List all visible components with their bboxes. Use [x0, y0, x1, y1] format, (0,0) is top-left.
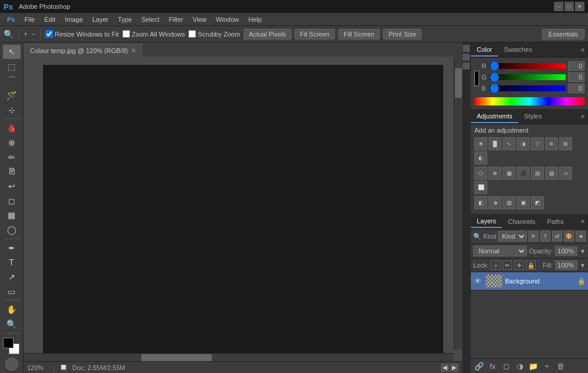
link-layers-btn[interactable]: 🔗 [473, 361, 485, 371]
lock-image-btn[interactable]: ✏ [503, 260, 512, 270]
brush-tool-button[interactable]: ✏ [3, 150, 21, 164]
g-value[interactable]: 0 [568, 72, 584, 82]
adj-curves[interactable]: ∿ [503, 137, 516, 150]
color-tab[interactable]: Color [471, 44, 498, 57]
spectrum-bar[interactable] [474, 97, 584, 105]
adjustment-btn[interactable]: ◑ [514, 361, 526, 371]
history-brush-button[interactable]: ↩ [3, 179, 21, 193]
layer-visibility-toggle[interactable]: 👁 [473, 276, 483, 286]
scrubby-zoom-label[interactable]: Scrubby Zoom [188, 30, 240, 38]
crop-tool-button[interactable]: ⊹ [3, 103, 21, 117]
menu-help[interactable]: Help [244, 15, 267, 24]
essentials-button[interactable]: Essentials [542, 29, 584, 39]
close-button[interactable]: ✕ [575, 2, 584, 11]
print-size-button[interactable]: Print Size [383, 29, 421, 39]
nav-prev-button[interactable]: ◀ [441, 364, 449, 372]
tab-close-button[interactable]: ✕ [131, 47, 136, 54]
text-tool-button[interactable]: T [3, 255, 21, 269]
r-slider[interactable] [490, 63, 566, 69]
resize-windows-label[interactable]: Resize Windows to Fit [45, 30, 119, 38]
scrollbar-thumb-h[interactable] [141, 354, 212, 361]
zoom-all-checkbox[interactable] [122, 30, 130, 38]
layers-panel-menu[interactable]: ≡ [577, 216, 588, 227]
adj-threshold[interactable]: ▧ [545, 167, 558, 180]
lock-transparent-btn[interactable]: ⊹ [491, 260, 500, 270]
fx-btn[interactable]: fx [487, 361, 499, 371]
hand-tool-button[interactable]: ✋ [3, 302, 21, 316]
zoom-all-label[interactable]: Zoom All Windows [122, 30, 185, 38]
kind-select[interactable]: Kind [498, 231, 527, 242]
layers-icon-sm[interactable]: ★ [576, 231, 586, 242]
pen-tool-button[interactable]: ✒ [3, 241, 21, 255]
menu-layer[interactable]: Layer [88, 15, 114, 24]
menu-select[interactable]: Select [137, 15, 164, 24]
menu-filter[interactable]: Filter [164, 15, 188, 24]
adj-extra-3[interactable]: ▨ [503, 196, 516, 209]
new-layer-btn[interactable]: + [541, 361, 553, 371]
horizontal-scrollbar[interactable] [24, 353, 454, 361]
layers-icon-t[interactable]: T [540, 231, 550, 242]
adj-brightness[interactable]: ☀ [474, 137, 487, 150]
adj-color-lookup[interactable]: ▦ [503, 167, 516, 180]
layers-tab[interactable]: Layers [471, 215, 502, 228]
fill-input[interactable] [555, 260, 577, 270]
delete-layer-btn[interactable]: 🗑 [554, 361, 566, 371]
adj-gradient-map[interactable]: ▱ [559, 167, 572, 180]
adjustments-panel-menu[interactable]: ≡ [577, 111, 588, 122]
channels-tab[interactable]: Channels [502, 216, 541, 227]
scrubby-zoom-checkbox[interactable] [188, 30, 196, 38]
adj-extra-5[interactable]: ◩ [531, 196, 544, 209]
strip-icon-2[interactable] [463, 54, 470, 61]
quick-mask-button[interactable] [5, 358, 18, 371]
dodge-tool-button[interactable]: ◯ [3, 223, 21, 237]
blend-mode-select[interactable]: Normal [473, 246, 527, 256]
swatches-tab[interactable]: Swatches [498, 44, 538, 57]
nav-next-button[interactable]: ▶ [450, 364, 459, 372]
group-btn[interactable]: 📁 [527, 361, 539, 371]
r-value[interactable]: 0 [568, 61, 584, 71]
resize-windows-checkbox[interactable] [45, 30, 53, 38]
marquee-tool-button[interactable]: ⬚ [3, 60, 21, 74]
minimize-button[interactable]: – [554, 2, 563, 11]
color-swatch-box[interactable] [474, 71, 479, 86]
menu-image[interactable]: Image [60, 15, 88, 24]
strip-icon-1[interactable] [463, 45, 470, 52]
opacity-arrow[interactable]: ▼ [580, 248, 586, 255]
shape-tool-button[interactable]: ▭ [3, 285, 21, 299]
lock-position-btn[interactable]: ✛ [514, 260, 524, 270]
quick-select-tool-button[interactable]: 🪄 [3, 88, 21, 103]
adj-colorbalance[interactable]: ⊞ [559, 137, 572, 150]
spot-heal-button[interactable]: ⊕ [3, 136, 21, 150]
layers-icon-clr[interactable]: 🎨 [564, 231, 574, 242]
layer-item-background[interactable]: 👁 Background 🔒 [471, 272, 588, 291]
maximize-button[interactable]: □ [564, 2, 574, 11]
adj-posterize[interactable]: ▤ [531, 167, 544, 180]
color-panel-menu[interactable]: ≡ [577, 44, 588, 55]
eyedropper-tool-button[interactable]: 🩸 [3, 121, 21, 135]
strip-icon-3[interactable] [463, 62, 470, 70]
eraser-tool-button[interactable]: ◻ [3, 194, 21, 208]
fill-arrow[interactable]: ▼ [580, 262, 586, 269]
clone-stamp-button[interactable]: 🖹 [3, 164, 21, 179]
opacity-input[interactable] [555, 246, 577, 256]
gradient-tool-button[interactable]: ▦ [3, 208, 21, 222]
adj-exposure[interactable]: ◑ [517, 137, 530, 150]
adj-invert[interactable]: ⬛ [517, 167, 530, 180]
zoom-tool-button[interactable]: 🔍 [3, 317, 21, 331]
adj-levels[interactable]: ▐▌ [489, 137, 501, 150]
adj-bw[interactable]: ◐ [474, 151, 487, 164]
adj-extra-4[interactable]: ▣ [517, 196, 530, 209]
adjustments-tab[interactable]: Adjustments [471, 110, 519, 123]
menu-type[interactable]: Type [113, 15, 137, 24]
adj-selective-color[interactable]: ⬜ [474, 181, 487, 194]
vertical-scrollbar[interactable] [454, 57, 462, 349]
fill-screen-button[interactable]: Fill Screen [338, 29, 380, 39]
adj-channel-mixer[interactable]: ⊕ [489, 167, 501, 180]
canvas-area[interactable] [24, 57, 462, 361]
layers-icon-ef[interactable]: ef [552, 231, 562, 242]
lasso-tool-button[interactable]: ⌒ [3, 74, 21, 88]
adj-extra-2[interactable]: ⬗ [489, 196, 501, 209]
adj-vibrance[interactable]: ▽ [531, 137, 544, 150]
menu-ps[interactable]: Ps [2, 15, 19, 24]
actual-pixels-button[interactable]: Actual Pixels [244, 29, 291, 39]
